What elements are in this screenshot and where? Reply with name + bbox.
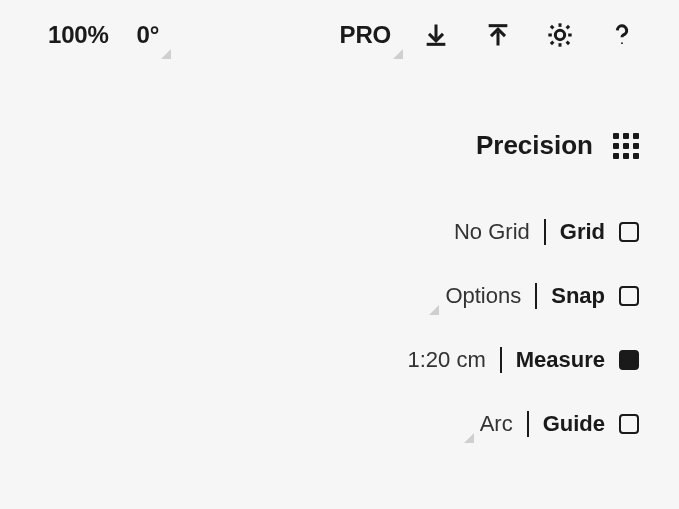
measure-label: Measure <box>516 347 605 373</box>
gear-icon[interactable] <box>543 18 577 52</box>
guide-label: Guide <box>543 411 605 437</box>
snap-label: Snap <box>551 283 605 309</box>
dropdown-corner-icon <box>464 433 474 443</box>
precision-row-grid[interactable]: No GridGrid <box>454 219 639 245</box>
guide-option[interactable]: Arc <box>480 411 513 437</box>
svg-point-1 <box>621 42 623 44</box>
precision-panel-header: Precision <box>476 130 639 161</box>
grid-label: Grid <box>560 219 605 245</box>
grid-checkbox[interactable] <box>619 222 639 242</box>
precision-row-measure[interactable]: 1:20 cmMeasure <box>407 347 639 373</box>
precision-panel: Precision No GridGridOptionsSnap1:20 cmM… <box>407 130 639 437</box>
help-icon[interactable] <box>605 18 639 52</box>
measure-checkbox[interactable] <box>619 350 639 370</box>
drag-handle-icon[interactable] <box>613 133 639 159</box>
dropdown-corner-icon <box>429 305 439 315</box>
zoom-level[interactable]: 100% <box>48 21 109 49</box>
grid-option[interactable]: No Grid <box>454 219 530 245</box>
precision-row-guide[interactable]: ArcGuide <box>480 411 639 437</box>
upload-icon[interactable] <box>481 18 515 52</box>
guide-checkbox[interactable] <box>619 414 639 434</box>
pro-button[interactable]: PRO <box>340 21 391 49</box>
divider <box>544 219 546 245</box>
svg-point-0 <box>555 30 564 39</box>
divider <box>527 411 529 437</box>
download-icon[interactable] <box>419 18 453 52</box>
divider <box>535 283 537 309</box>
precision-panel-title: Precision <box>476 130 593 161</box>
divider <box>500 347 502 373</box>
measure-option[interactable]: 1:20 cm <box>407 347 485 373</box>
snap-checkbox[interactable] <box>619 286 639 306</box>
snap-option[interactable]: Options <box>445 283 521 309</box>
rotation-angle[interactable]: 0° <box>137 21 160 49</box>
precision-row-snap[interactable]: OptionsSnap <box>445 283 639 309</box>
top-toolbar: 100% 0° PRO <box>0 0 679 70</box>
